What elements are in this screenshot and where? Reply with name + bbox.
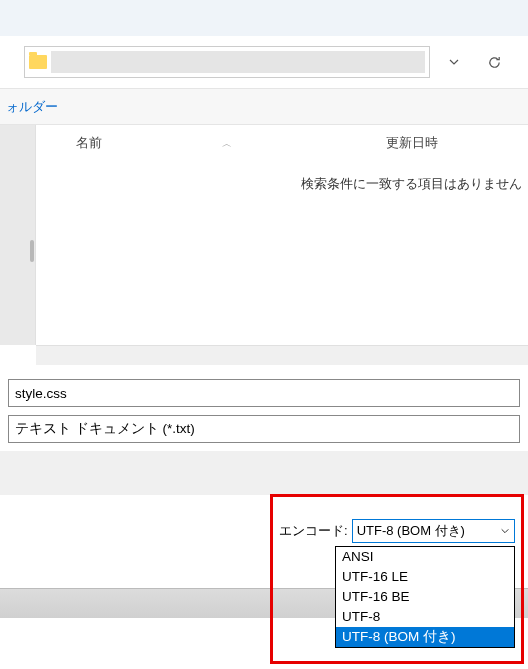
encoding-option[interactable]: UTF-16 BE (336, 587, 514, 607)
encoding-option[interactable]: ANSI (336, 547, 514, 567)
encoding-highlight: エンコード: UTF-8 (BOM 付き) ANSIUTF-16 LEUTF-1… (270, 494, 524, 664)
path-redacted (51, 51, 425, 73)
filename-input[interactable] (8, 379, 520, 407)
column-date[interactable]: 更新日時 (386, 135, 516, 152)
titlebar (0, 0, 528, 36)
address-bar-row (0, 36, 528, 88)
new-folder-link[interactable]: ォルダー (6, 99, 58, 114)
encoding-combobox[interactable]: UTF-8 (BOM 付き) (352, 519, 515, 543)
encoding-option[interactable]: UTF-8 (BOM 付き) (336, 627, 514, 647)
filetype-input[interactable] (8, 415, 520, 443)
encoding-option[interactable]: UTF-8 (336, 607, 514, 627)
encoding-dropdown[interactable]: ANSIUTF-16 LEUTF-16 BEUTF-8UTF-8 (BOM 付き… (335, 546, 515, 648)
folder-icon (29, 55, 47, 69)
encoding-selected: UTF-8 (BOM 付き) (357, 522, 465, 540)
column-headers[interactable]: 名前 ︿ 更新日時 (36, 125, 528, 158)
sidebar[interactable] (0, 125, 36, 345)
sort-indicator-icon: ︿ (222, 137, 232, 151)
empty-message: 検索条件に一致する項目はありません (301, 175, 522, 193)
horizontal-scrollbar[interactable] (36, 345, 528, 365)
history-dropdown-button[interactable] (438, 46, 470, 78)
toolbar: ォルダー (0, 88, 528, 125)
encoding-option[interactable]: UTF-16 LE (336, 567, 514, 587)
file-list[interactable]: 名前 ︿ 更新日時 検索条件に一致する項目はありません (36, 125, 528, 345)
encoding-label: エンコード: (279, 522, 348, 540)
chevron-down-icon (500, 526, 510, 536)
dialog-footer (0, 451, 528, 495)
refresh-button[interactable] (478, 46, 510, 78)
column-name[interactable]: 名前 (76, 135, 102, 152)
address-bar[interactable] (24, 46, 430, 78)
